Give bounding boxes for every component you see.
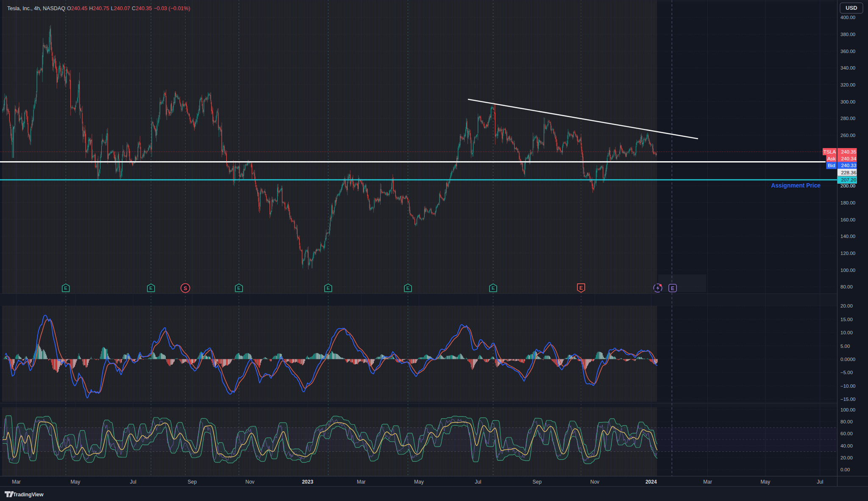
svg-text:228.36: 228.36 <box>841 170 857 176</box>
svg-text:Jul: Jul <box>475 479 481 485</box>
svg-text:160.00: 160.00 <box>840 217 855 222</box>
svg-text:2023: 2023 <box>302 479 313 485</box>
svg-text:2024: 2024 <box>645 479 657 485</box>
svg-text:USD: USD <box>846 5 857 11</box>
svg-text:Assignment Price: Assignment Price <box>771 182 821 189</box>
svg-text:Mar: Mar <box>12 479 21 485</box>
svg-text:May: May <box>761 479 771 485</box>
svg-text:May: May <box>414 479 424 485</box>
svg-text:Sep: Sep <box>188 479 197 485</box>
svg-text:20.00: 20.00 <box>840 455 853 460</box>
svg-text:E: E <box>237 285 241 291</box>
svg-text:Bid: Bid <box>828 162 835 168</box>
svg-text:80.00: 80.00 <box>840 419 853 424</box>
svg-text:May: May <box>71 479 81 485</box>
svg-text:E: E <box>64 285 67 291</box>
svg-text:100.00: 100.00 <box>840 268 855 273</box>
svg-text:S: S <box>184 285 187 291</box>
svg-text:60.00: 60.00 <box>840 431 853 436</box>
svg-text:400.00: 400.00 <box>840 15 855 20</box>
svg-text:Sep: Sep <box>533 479 542 485</box>
svg-text:TradingView: TradingView <box>13 492 44 498</box>
svg-text:E: E <box>579 285 583 291</box>
svg-text:−5.00: −5.00 <box>840 370 853 375</box>
svg-text:260.00: 260.00 <box>840 133 855 138</box>
svg-text:180.00: 180.00 <box>840 200 855 205</box>
svg-text:Mar: Mar <box>703 479 712 485</box>
svg-text:Tesla, Inc., 4h, NASDAQ O240.4: Tesla, Inc., 4h, NASDAQ O240.45 H240.75 … <box>7 6 190 11</box>
svg-text:340.00: 340.00 <box>840 65 855 70</box>
svg-text:E: E <box>492 285 495 291</box>
svg-text:140.00: 140.00 <box>840 234 855 239</box>
svg-text:Ask: Ask <box>827 156 836 162</box>
svg-text:300.00: 300.00 <box>840 99 855 104</box>
svg-text:Nov: Nov <box>245 479 254 485</box>
svg-text:280.00: 280.00 <box>840 116 855 121</box>
svg-text:Jul: Jul <box>817 479 823 485</box>
svg-text:320.00: 320.00 <box>840 82 855 87</box>
svg-text:−10.00: −10.00 <box>840 383 856 389</box>
svg-text:240.34: 240.34 <box>841 156 857 162</box>
svg-text:E: E <box>406 285 410 291</box>
svg-text:−15.00: −15.00 <box>840 397 856 402</box>
svg-text:E: E <box>327 285 330 291</box>
svg-text:200.00: 200.00 <box>840 183 855 188</box>
svg-text:20.00: 20.00 <box>840 303 853 308</box>
svg-text:40.00: 40.00 <box>840 443 853 448</box>
svg-text:TSLA: TSLA <box>823 149 836 155</box>
svg-text:240.35: 240.35 <box>841 149 857 155</box>
svg-text:360.00: 360.00 <box>840 49 855 54</box>
svg-text:380.00: 380.00 <box>840 32 855 37</box>
svg-text:15.00: 15.00 <box>840 317 853 322</box>
svg-text:Mar: Mar <box>357 479 366 485</box>
svg-text:10.00: 10.00 <box>840 330 853 335</box>
svg-text:E: E <box>149 285 153 291</box>
svg-text:240.33: 240.33 <box>841 162 857 168</box>
svg-text:120.00: 120.00 <box>840 251 855 256</box>
svg-text:E: E <box>671 285 674 291</box>
svg-text:0.0000: 0.0000 <box>840 357 855 362</box>
svg-text:Jul: Jul <box>130 479 136 485</box>
svg-text:100.00: 100.00 <box>840 407 855 412</box>
svg-text:207.20: 207.20 <box>841 177 857 183</box>
svg-text:80.00: 80.00 <box>840 284 853 289</box>
svg-text:5.00: 5.00 <box>840 344 850 349</box>
svg-text:0.00: 0.00 <box>840 467 850 472</box>
svg-text:Nov: Nov <box>590 479 599 485</box>
